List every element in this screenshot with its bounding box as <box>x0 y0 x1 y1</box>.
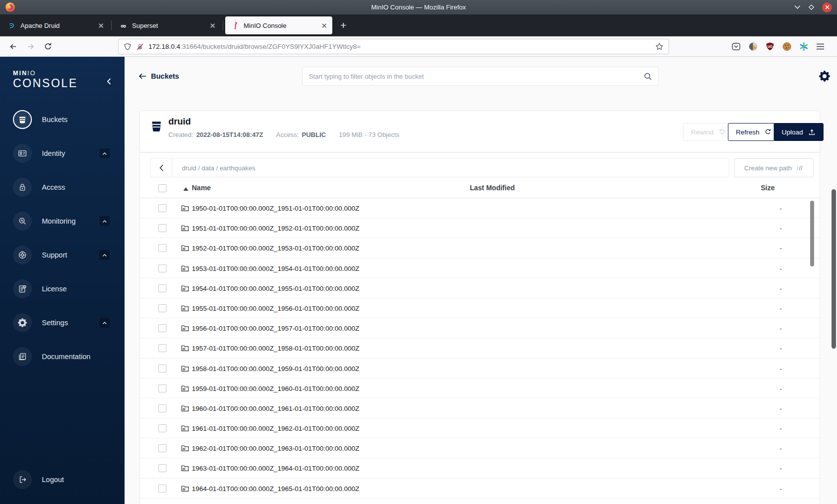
reload-button[interactable] <box>41 39 55 54</box>
rewind-button[interactable]: Rewind <box>683 123 734 141</box>
table-row[interactable]: 1953-01-01T00:00:00.000Z_1954-01-01T00:0… <box>140 258 820 278</box>
sidebar-item-documentation[interactable]: Documentation <box>13 347 114 367</box>
object-name[interactable]: 1961-01-01T00:00:00.000Z_1962-01-01T00:0… <box>192 425 359 432</box>
tab-superset[interactable]: ∞ Superset ✕ <box>114 16 221 34</box>
table-row[interactable]: 1963-01-01T00:00:00.000Z_1964-01-01T00:0… <box>140 458 820 478</box>
browser-scrollbar-thumb[interactable] <box>832 189 836 349</box>
create-new-path-button[interactable]: Create new path <box>734 158 814 177</box>
object-name[interactable]: 1958-01-01T00:00:00.000Z_1959-01-01T00:0… <box>192 365 359 373</box>
pocket-extension-icon[interactable] <box>731 42 741 51</box>
row-checkbox[interactable] <box>158 344 166 352</box>
table-row[interactable]: 1950-01-01T00:00:00.000Z_1951-01-01T00:0… <box>140 198 820 218</box>
back-button[interactable] <box>6 39 20 54</box>
path-back-chevron-icon[interactable] <box>150 159 172 177</box>
sidebar-item-license[interactable]: License <box>13 279 114 299</box>
sidebar-item-access[interactable]: Access <box>13 177 114 197</box>
chevron-up-icon[interactable] <box>100 250 110 260</box>
back-to-buckets-link[interactable]: Buckets <box>139 72 179 80</box>
column-size[interactable]: Size <box>761 184 775 192</box>
tab-close-icon[interactable]: ✕ <box>209 22 216 29</box>
row-checkbox[interactable] <box>158 365 166 373</box>
url-bar[interactable]: 172.18.0.4:31664/buckets/druid/browse/ZG… <box>118 39 669 54</box>
console-settings-gear-icon[interactable] <box>819 71 830 82</box>
window-close-icon[interactable] <box>822 2 832 12</box>
breadcrumb[interactable]: druid / data / earthquakes <box>182 164 255 172</box>
object-name[interactable]: 1963-01-01T00:00:00.000Z_1964-01-01T00:0… <box>192 465 359 472</box>
tab-apache-druid[interactable]: Apache Druid ✕ <box>2 16 109 34</box>
url-text[interactable]: 172.18.0.4:31664/buckets/druid/browse/ZG… <box>148 43 655 50</box>
new-tab-button[interactable]: + <box>340 19 346 31</box>
table-row[interactable]: 1958-01-01T00:00:00.000Z_1959-01-01T00:0… <box>140 359 820 378</box>
tab-close-icon[interactable]: ✕ <box>321 22 327 29</box>
object-name[interactable]: 1951-01-01T00:00:00.000Z_1952-01-01T00:0… <box>192 225 359 232</box>
row-checkbox[interactable] <box>158 224 166 232</box>
object-name[interactable]: 1959-01-01T00:00:00.000Z_1960-01-01T00:0… <box>192 385 359 392</box>
row-checkbox[interactable] <box>158 264 166 272</box>
forward-button[interactable] <box>23 39 38 54</box>
object-name[interactable]: 1957-01-01T00:00:00.000Z_1958-01-01T00:0… <box>192 345 359 352</box>
tab-close-icon[interactable]: ✕ <box>98 22 104 29</box>
object-name[interactable]: 1950-01-01T00:00:00.000Z_1951-01-01T00:0… <box>192 205 359 212</box>
row-checkbox[interactable] <box>158 424 166 432</box>
row-checkbox[interactable] <box>158 284 166 292</box>
refresh-button[interactable]: Refresh <box>728 123 780 141</box>
sidebar-collapse-icon[interactable] <box>106 78 112 85</box>
chevron-up-icon[interactable] <box>100 148 110 158</box>
sparkle-extension-icon[interactable] <box>799 42 809 51</box>
row-checkbox[interactable] <box>158 404 166 412</box>
proxy-extension-icon[interactable] <box>748 42 758 51</box>
row-checkbox[interactable] <box>158 444 166 452</box>
table-row[interactable]: 1957-01-01T00:00:00.000Z_1958-01-01T00:0… <box>140 338 820 358</box>
object-name[interactable]: 1956-01-01T00:00:00.000Z_1957-01-01T00:0… <box>192 325 359 332</box>
window-minimize-icon[interactable] <box>794 5 801 9</box>
object-name[interactable]: 1960-01-01T00:00:00.000Z_1961-01-01T00:0… <box>192 405 359 412</box>
tracking-shield-icon[interactable] <box>124 43 132 51</box>
bookmark-star-icon[interactable] <box>655 42 664 51</box>
cookie-extension-icon[interactable] <box>782 42 792 51</box>
search-input[interactable] <box>309 73 644 80</box>
object-name[interactable]: 1962-01-01T00:00:00.000Z_1963-01-01T00:0… <box>192 445 359 452</box>
insecure-lock-icon[interactable] <box>136 43 144 51</box>
row-checkbox[interactable] <box>158 204 166 212</box>
tab-minio-console[interactable]: MinIO Console ✕ <box>225 16 332 34</box>
row-checkbox[interactable] <box>158 304 166 312</box>
object-name[interactable]: 1953-01-01T00:00:00.000Z_1954-01-01T00:0… <box>192 265 359 272</box>
object-name[interactable]: 1964-01-01T00:00:00.000Z_1965-01-01T00:0… <box>192 485 359 493</box>
sort-ascending-icon[interactable] <box>183 187 188 191</box>
object-name[interactable]: 1955-01-01T00:00:00.000Z_1956-01-01T00:0… <box>192 305 359 312</box>
column-name[interactable]: Name <box>192 184 211 192</box>
column-last-modified[interactable]: Last Modified <box>470 184 515 192</box>
sidebar-item-buckets[interactable]: Buckets <box>13 110 114 129</box>
table-row[interactable]: 1956-01-01T00:00:00.000Z_1957-01-01T00:0… <box>140 318 820 338</box>
table-row[interactable]: 1962-01-01T00:00:00.000Z_1963-01-01T00:0… <box>140 438 820 458</box>
object-name[interactable]: 1954-01-01T00:00:00.000Z_1955-01-01T00:0… <box>192 285 359 292</box>
table-row[interactable]: 1952-01-01T00:00:00.000Z_1953-01-01T00:0… <box>140 238 820 258</box>
table-row[interactable]: 1955-01-01T00:00:00.000Z_1956-01-01T00:0… <box>140 298 820 318</box>
row-checkbox[interactable] <box>158 384 166 392</box>
table-row[interactable]: 1959-01-01T00:00:00.000Z_1960-01-01T00:0… <box>140 378 820 398</box>
ublock-origin-extension-icon[interactable]: UO <box>765 42 775 51</box>
object-name[interactable]: 1952-01-01T00:00:00.000Z_1953-01-01T00:0… <box>192 245 359 252</box>
sidebar-item-support[interactable]: Support <box>13 245 114 265</box>
row-checkbox[interactable] <box>158 324 166 332</box>
upload-button[interactable]: Upload <box>774 123 824 141</box>
row-checkbox[interactable] <box>158 485 166 493</box>
chevron-up-icon[interactable] <box>100 318 110 328</box>
table-row[interactable]: 1964-01-01T00:00:00.000Z_1965-01-01T00:0… <box>140 479 820 499</box>
row-checkbox[interactable] <box>158 244 166 252</box>
sidebar-item-settings[interactable]: Settings <box>13 313 114 333</box>
table-row[interactable]: 1954-01-01T00:00:00.000Z_1955-01-01T00:0… <box>140 278 820 298</box>
object-filter-search[interactable] <box>302 67 659 86</box>
table-row[interactable]: 1960-01-01T00:00:00.000Z_1961-01-01T00:0… <box>140 398 820 418</box>
table-row[interactable]: 1961-01-01T00:00:00.000Z_1962-01-01T00:0… <box>140 418 820 438</box>
table-scrollbar-thumb[interactable] <box>810 201 814 266</box>
hamburger-menu-icon[interactable] <box>816 43 825 50</box>
select-all-checkbox[interactable] <box>158 184 166 192</box>
window-maximize-icon[interactable] <box>808 4 815 10</box>
sidebar-item-logout[interactable]: Logout <box>13 470 114 490</box>
chevron-up-icon[interactable] <box>100 216 110 226</box>
table-row[interactable]: 1951-01-01T00:00:00.000Z_1952-01-01T00:0… <box>140 218 820 238</box>
sidebar-item-identity[interactable]: Identity <box>13 143 114 163</box>
row-checkbox[interactable] <box>158 464 166 472</box>
sidebar-item-monitoring[interactable]: Monitoring <box>13 211 114 231</box>
